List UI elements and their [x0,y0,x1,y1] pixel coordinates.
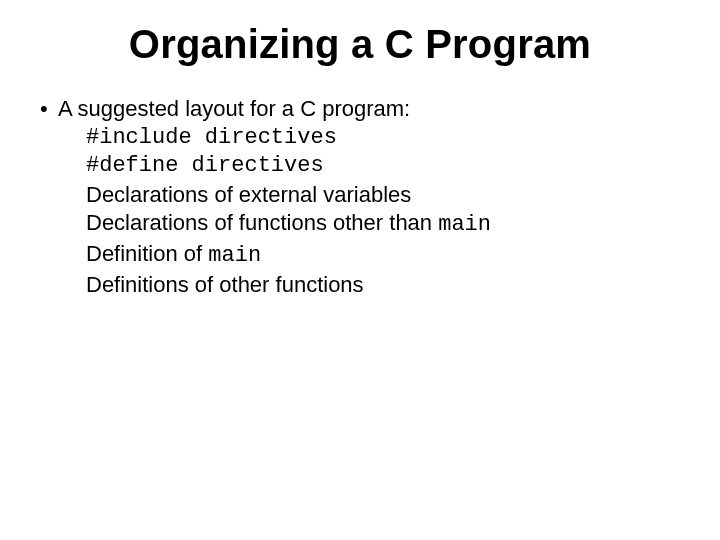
bullet-text: A suggested layout for a C program: [58,95,410,124]
layout-line-define: #define directives [86,152,680,181]
slide-body: • A suggested layout for a C program: #i… [40,95,680,299]
code-main-2: main [208,243,261,268]
slide-title: Organizing a C Program [40,22,680,67]
layout-line-def-main-text: Definition of [86,241,208,266]
layout-line-def-other: Definitions of other functions [86,271,680,300]
slide: Organizing a C Program • A suggested lay… [0,0,720,540]
code-main-1: main [438,212,491,237]
layout-line-def-main: Definition of main [86,240,680,271]
layout-line-external-vars: Declarations of external variables [86,181,680,210]
layout-line-decl-functions-text: Declarations of functions other than [86,210,438,235]
bullet-dot: • [40,95,58,124]
bullet-item: • A suggested layout for a C program: [40,95,680,124]
layout-line-include: #include directives [86,124,680,153]
layout-line-decl-functions: Declarations of functions other than mai… [86,209,680,240]
